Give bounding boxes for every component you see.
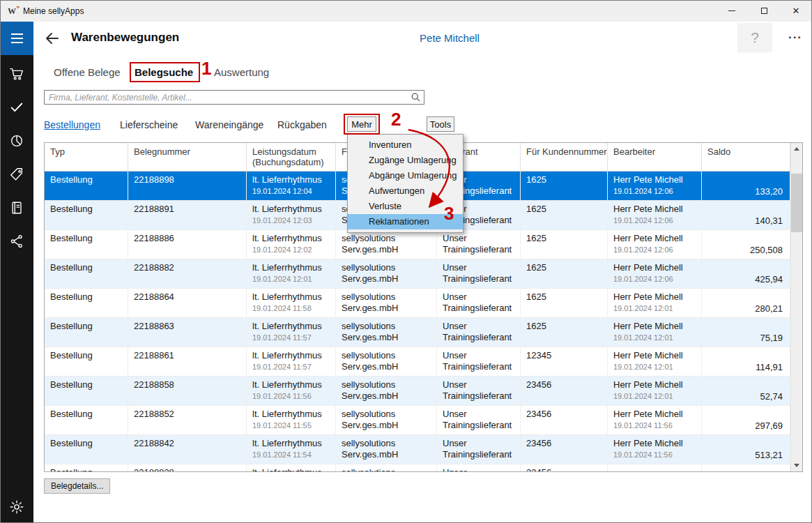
cell-saldo: 513,21 xyxy=(702,435,790,464)
cell-bearbeiter: Herr Pete Michell19.01.2024 12:06 xyxy=(608,201,702,229)
column-header-belegnummer[interactable]: Belegnummer xyxy=(128,143,247,171)
cell-kundennummer: 12345 xyxy=(521,347,608,376)
annotation-step-2: 2 xyxy=(391,110,401,128)
sidebar-item-journal[interactable] xyxy=(0,191,33,225)
table-row[interactable]: Bestellung 22188858 lt. Lieferrhythmus19… xyxy=(45,377,790,406)
cell-kundennummer: 23456 xyxy=(521,377,608,405)
table-row[interactable]: Bestellung 22188838 lt. Lieferrhythmus s… xyxy=(45,464,790,471)
cell-belegnummer: 22188852 xyxy=(128,406,247,434)
tools-button[interactable]: Tools xyxy=(427,116,454,132)
share-icon xyxy=(9,234,24,249)
scroll-up-button[interactable] xyxy=(791,143,802,155)
cell-firma: sellysolutionsServ.ges.mbH xyxy=(336,318,437,347)
cell-kundennummer: 1625 xyxy=(521,318,608,347)
page-title: Warenbewegungen xyxy=(71,31,179,45)
search-box xyxy=(44,90,424,105)
cart-icon xyxy=(9,66,24,82)
cell-typ: Bestellung xyxy=(45,347,128,376)
menu-item-inventuren[interactable]: Inventuren xyxy=(348,137,463,153)
cell-bearbeiter: Herr Pete Michell19.01.2024 12:06 xyxy=(608,172,702,200)
close-button[interactable]: ✕ xyxy=(780,0,812,22)
cell-lieferant: UnserTrainingslieferant xyxy=(437,259,521,288)
checkmark-icon xyxy=(9,100,24,115)
table-row[interactable]: Bestellung 22188852 lt. Lieferrhythmus19… xyxy=(45,406,790,435)
cell-belegnummer: 22188864 xyxy=(128,289,247,317)
tab-belegsuche[interactable]: Belegsuche xyxy=(135,66,193,78)
sidebar-item-statistics[interactable] xyxy=(0,124,33,158)
maximize-button[interactable] xyxy=(748,0,780,22)
table-row[interactable]: Bestellung 22188864 lt. Lieferrhythmus19… xyxy=(45,289,790,318)
mehr-dropdown-menu: InventurenZugänge UmlagerungAbgänge Umla… xyxy=(347,134,464,233)
sidebar-item-tasks[interactable] xyxy=(0,91,33,124)
sidebar-item-labels[interactable] xyxy=(0,158,33,191)
cell-lieferant: UnserTrainingslieferant xyxy=(437,230,521,259)
subnav-bestellungen[interactable]: Bestellungen xyxy=(44,119,100,130)
cell-belegnummer: 22188882 xyxy=(128,259,247,288)
column-header-für-kundennummer[interactable]: Für Kundennummer xyxy=(521,143,608,171)
tab-auswertung[interactable]: Auswertung xyxy=(214,66,269,78)
sidebar-item-settings[interactable] xyxy=(0,490,33,523)
hamburger-bar xyxy=(11,42,23,43)
cell-kundennummer: 1625 xyxy=(521,201,608,229)
minimize-button[interactable] xyxy=(716,0,748,22)
cell-saldo: 140,31 xyxy=(702,201,790,229)
more-options-button[interactable]: ··· xyxy=(782,28,809,47)
cell-firma: sellysolutionsServ.ges.mbH xyxy=(336,377,437,405)
book-icon xyxy=(9,200,24,215)
cell-leistungsdatum: lt. Lieferrhythmus xyxy=(247,464,336,471)
cell-belegnummer: 22188838 xyxy=(128,464,247,471)
vertical-scrollbar[interactable] xyxy=(790,143,802,471)
column-header-typ[interactable]: Typ xyxy=(45,143,128,171)
window-title: Meine sellyApps xyxy=(23,6,84,16)
gear-icon xyxy=(9,499,24,515)
cell-leistungsdatum: lt. Lieferrhythmus19.01.2024 12:03 xyxy=(247,201,336,229)
column-header-leistungsdatum[interactable]: Leistungsdatum(Buchungsdatum) xyxy=(247,143,336,171)
cell-saldo: 425,94 xyxy=(702,259,790,288)
table-row[interactable]: Bestellung 22188861 lt. Lieferrhythmus19… xyxy=(45,347,790,377)
menu-item-verluste[interactable]: Verluste xyxy=(348,199,463,214)
cell-leistungsdatum: lt. Lieferrhythmus19.01.2024 11:55 xyxy=(247,406,336,434)
belegdetails-button[interactable]: Belegdetails... xyxy=(44,478,110,494)
menu-item-abgänge-umlagerung[interactable]: Abgänge Umlagerung xyxy=(348,168,463,183)
column-header-saldo[interactable]: Saldo xyxy=(702,143,790,171)
cell-lieferant: UnserTrainingslieferant xyxy=(437,347,521,376)
sidebar-item-cart[interactable] xyxy=(0,57,33,91)
menu-item-zugänge-umlagerung[interactable]: Zugänge Umlagerung xyxy=(348,153,463,168)
cell-saldo: 52,74 xyxy=(702,377,790,405)
window-controls: ✕ xyxy=(716,0,812,22)
cell-kundennummer: 1625 xyxy=(521,259,608,288)
cell-bearbeiter: Herr Pete Michell19.01.2024 12:01 xyxy=(608,289,702,317)
sidebar-item-network[interactable] xyxy=(0,225,33,258)
search-input[interactable] xyxy=(44,90,424,105)
table-row[interactable]: Bestellung 22188886 lt. Lieferrhythmus19… xyxy=(45,230,790,259)
cell-typ: Bestellung xyxy=(45,289,128,317)
scrollbar-thumb[interactable] xyxy=(791,174,802,232)
table-row[interactable]: Bestellung 22188882 lt. Lieferrhythmus19… xyxy=(45,259,790,289)
subnav-wareneingänge[interactable]: Wareneingänge xyxy=(195,119,263,130)
mehr-button[interactable]: Mehr xyxy=(347,116,376,132)
back-button[interactable] xyxy=(42,29,63,48)
scroll-down-button[interactable] xyxy=(791,460,802,471)
cell-belegnummer: 22188858 xyxy=(128,377,247,405)
cell-bearbeiter xyxy=(608,464,702,471)
cell-leistungsdatum: lt. Lieferrhythmus19.01.2024 11:58 xyxy=(247,289,336,317)
cell-firma: sellysolutionsServ.ges.mbH xyxy=(336,259,437,288)
tab-offene-belege[interactable]: Offene Belege xyxy=(54,66,121,78)
hamburger-menu-button[interactable] xyxy=(0,22,33,55)
cell-belegnummer: 22188863 xyxy=(128,318,247,347)
scroll-up-icon xyxy=(794,147,799,151)
subnav-lieferscheine[interactable]: Lieferscheine xyxy=(120,119,178,130)
annotation-step-1: 1 xyxy=(201,59,211,77)
hamburger-bar xyxy=(11,38,23,39)
column-header-bearbeiter[interactable]: Bearbeiter xyxy=(608,143,702,171)
maximize-icon xyxy=(761,8,767,14)
menu-item-aufwertungen[interactable]: Aufwertungen xyxy=(348,183,463,199)
help-button[interactable]: ? xyxy=(737,23,772,52)
table-row[interactable]: Bestellung 22188863 lt. Lieferrhythmus19… xyxy=(45,318,790,347)
menu-item-reklamationen[interactable]: Reklamationen xyxy=(348,214,463,229)
subnav-rückgaben[interactable]: Rückgaben xyxy=(277,119,327,130)
cell-belegnummer: 22188842 xyxy=(128,435,247,464)
cell-lieferant: UnserTrainingslieferant xyxy=(437,318,521,347)
table-row[interactable]: Bestellung 22188842 lt. Lieferrhythmus19… xyxy=(45,435,790,464)
pie-chart-icon xyxy=(9,133,24,149)
